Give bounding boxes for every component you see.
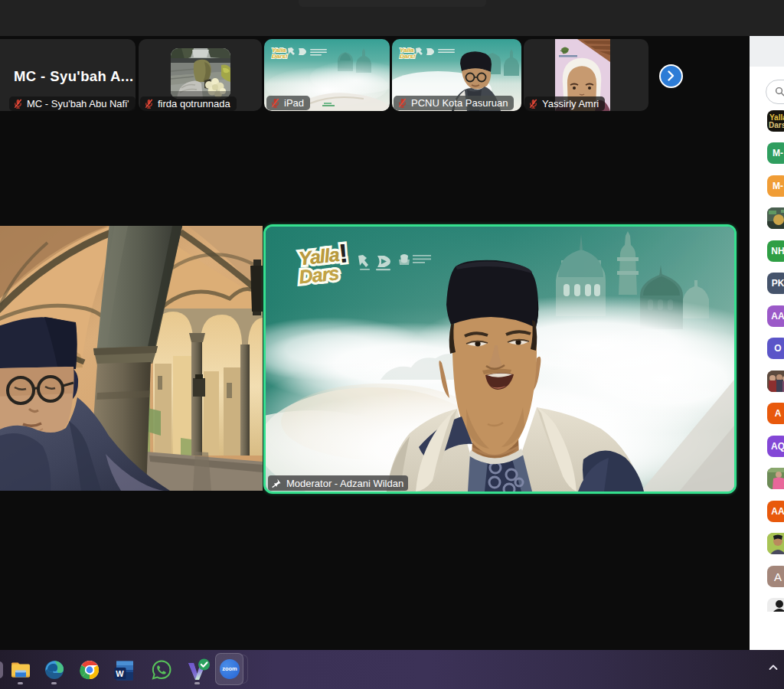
svg-text:Dars: Dars	[298, 262, 340, 287]
svg-text:W: W	[116, 669, 124, 678]
svg-text:Dars!: Dars!	[272, 53, 288, 60]
svg-text:Moderator - Adzani Wildan: Moderator - Adzani Wildan	[286, 478, 403, 489]
svg-text:Dars!: Dars!	[400, 53, 416, 60]
svg-text:Dars: Dars	[769, 121, 784, 129]
